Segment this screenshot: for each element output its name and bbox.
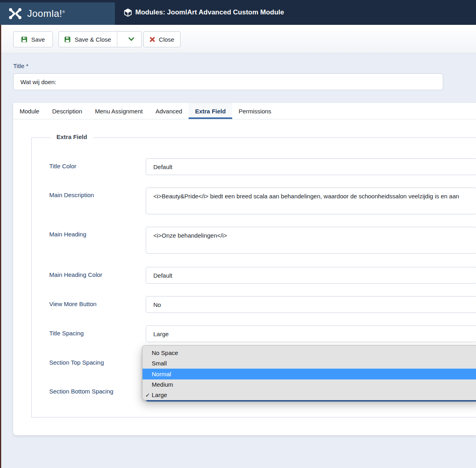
section-bottom-spacing-label: Section Bottom Spacing [49, 388, 113, 395]
close-x-icon [150, 37, 155, 42]
title-spacing-value: Large [153, 331, 169, 337]
save-button-label: Save [31, 36, 45, 43]
left-edge-strip [0, 25, 1, 468]
view-more-button-value: No [153, 301, 161, 308]
tab-module[interactable]: Module [13, 103, 46, 119]
title-input[interactable] [13, 73, 443, 90]
save-button[interactable]: Save [13, 31, 53, 47]
joomla-logo-icon [8, 7, 22, 20]
module-cube-icon [124, 8, 132, 17]
selected-check-icon: ✓ [145, 390, 150, 400]
main-description-value: <i>Beauty&Pride</i> biedt een breed scal… [153, 193, 459, 200]
main-heading-label: Main Heading [49, 231, 86, 238]
dropdown-option-no-space[interactable]: No Space [143, 348, 476, 358]
chevron-down-icon [128, 37, 135, 42]
save-close-floppy-icon [64, 36, 70, 42]
tab-permissions[interactable]: Permissions [232, 103, 278, 119]
section-top-spacing-label: Section Top Spacing [49, 359, 104, 366]
joomla-logo-panel: Joomla!® [0, 2, 115, 25]
top-header-bar: Joomla!® Modules: JoomlArt Advanced Cust… [0, 0, 476, 25]
main-description-textarea[interactable]: <i>Beauty&Pride</i> biedt een breed scal… [146, 188, 476, 214]
dropdown-option-large[interactable]: ✓ Large [143, 390, 476, 400]
tab-advanced[interactable]: Advanced [149, 103, 189, 119]
save-floppy-icon [21, 36, 27, 42]
tab-extra-field[interactable]: Extra Field [189, 103, 232, 119]
tab-description[interactable]: Description [46, 103, 88, 119]
title-spacing-label: Title Spacing [49, 330, 84, 337]
title-color-select[interactable]: Default [146, 158, 476, 175]
title-spacing-select[interactable]: Large [146, 325, 476, 342]
main-description-label: Main Description [49, 192, 94, 198]
spacing-dropdown-popup: No Space Small Normal Medium ✓ Large [142, 345, 476, 400]
dropdown-option-medium[interactable]: Medium [143, 379, 476, 390]
close-button[interactable]: Close [143, 31, 181, 47]
main-heading-value: <i>Onze behandelingen</i> [153, 232, 227, 239]
fieldset-legend: Extra Field [51, 133, 93, 140]
tab-menu-assignment[interactable]: Menu Assignment [88, 103, 149, 119]
main-heading-color-value: Default [153, 272, 173, 279]
title-color-value: Default [153, 163, 173, 170]
tab-bar: Module Description Menu Assignment Advan… [13, 103, 476, 119]
save-close-button-label: Save & Close [74, 36, 111, 43]
title-field-label: Title * [13, 63, 28, 69]
title-color-label: Title Color [49, 163, 76, 169]
main-heading-color-select[interactable]: Default [146, 267, 476, 284]
main-heading-color-label: Main Heading Color [49, 271, 102, 278]
toolbar: Save Save & Close [0, 25, 476, 53]
save-close-button[interactable]: Save & Close [59, 32, 117, 47]
page-title: Modules: JoomlArt Advanced Custom Module [135, 0, 284, 25]
view-more-button-select[interactable]: No [146, 296, 476, 313]
joomla-wordmark: Joomla!® [27, 8, 65, 19]
dropdown-option-normal[interactable]: Normal [143, 369, 476, 379]
dropdown-option-large-label: Large [152, 391, 167, 398]
save-options-toggle-button[interactable] [121, 32, 141, 47]
close-button-label: Close [159, 36, 174, 43]
main-heading-textarea[interactable]: <i>Onze behandelingen</i> [146, 227, 476, 254]
view-more-button-label: View More Button [49, 301, 96, 307]
dropdown-option-small[interactable]: Small [143, 358, 476, 369]
trademark-symbol: ® [62, 10, 65, 14]
save-close-button-group: Save & Close [58, 31, 142, 47]
